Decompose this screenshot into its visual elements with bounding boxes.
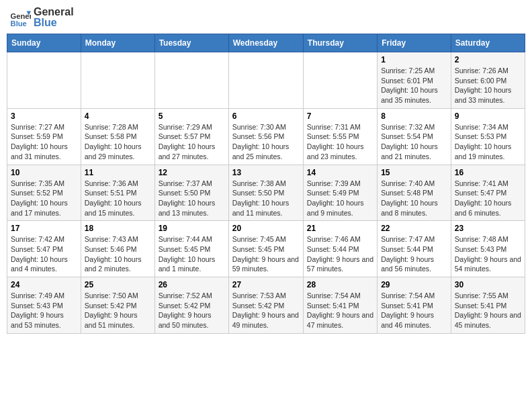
day-info: Sunrise: 7:30 AM Sunset: 5:56 PM Dayligh… [232,122,300,162]
calendar-cell: 6Sunrise: 7:30 AM Sunset: 5:56 PM Daylig… [228,108,303,165]
day-info: Sunrise: 7:54 AM Sunset: 5:41 PM Dayligh… [307,291,373,330]
day-info: Sunrise: 7:35 AM Sunset: 5:52 PM Dayligh… [11,179,77,218]
day-info: Sunrise: 7:41 AM Sunset: 5:47 PM Dayligh… [455,179,521,218]
logo: General Blue General Blue [9,7,74,28]
calendar-week-1: 1Sunrise: 7:25 AM Sunset: 6:01 PM Daylig… [7,52,525,109]
calendar-cell: 27Sunrise: 7:53 AM Sunset: 5:42 PM Dayli… [228,277,303,334]
day-number: 29 [381,280,447,289]
calendar-cell: 25Sunrise: 7:50 AM Sunset: 5:42 PM Dayli… [81,277,154,334]
calendar-cell: 30Sunrise: 7:55 AM Sunset: 5:41 PM Dayli… [451,277,525,334]
day-number: 12 [159,168,225,177]
calendar-cell [154,52,228,109]
day-info: Sunrise: 7:38 AM Sunset: 5:50 PM Dayligh… [232,179,300,218]
day-header-monday: Monday [81,34,154,52]
calendar-cell: 12Sunrise: 7:37 AM Sunset: 5:50 PM Dayli… [154,165,228,221]
page-header: General Blue General Blue [7,7,525,28]
day-number: 28 [307,280,373,289]
logo-general: General [34,7,74,17]
day-info: Sunrise: 7:37 AM Sunset: 5:50 PM Dayligh… [159,179,225,218]
calendar-cell: 19Sunrise: 7:44 AM Sunset: 5:45 PM Dayli… [154,221,228,277]
calendar-cell: 26Sunrise: 7:52 AM Sunset: 5:42 PM Dayli… [154,277,228,334]
day-number: 30 [455,280,521,289]
day-info: Sunrise: 7:36 AM Sunset: 5:51 PM Dayligh… [85,179,151,218]
day-info: Sunrise: 7:42 AM Sunset: 5:47 PM Dayligh… [11,234,77,274]
day-number: 22 [381,224,447,233]
day-info: Sunrise: 7:27 AM Sunset: 5:59 PM Dayligh… [11,122,77,162]
day-number: 25 [85,280,151,289]
day-number: 9 [455,111,521,121]
logo-blue: Blue [34,17,74,28]
day-header-friday: Friday [378,34,451,52]
calendar-cell: 2Sunrise: 7:26 AM Sunset: 6:00 PM Daylig… [451,52,525,109]
calendar-week-2: 3Sunrise: 7:27 AM Sunset: 5:59 PM Daylig… [7,108,525,165]
calendar-header-row: SundayMondayTuesdayWednesdayThursdayFrid… [7,34,525,52]
calendar-cell: 9Sunrise: 7:34 AM Sunset: 5:53 PM Daylig… [451,108,525,165]
day-info: Sunrise: 7:49 AM Sunset: 5:43 PM Dayligh… [11,291,77,330]
day-number: 11 [85,168,151,177]
day-number: 10 [11,168,77,177]
calendar-cell: 29Sunrise: 7:54 AM Sunset: 5:41 PM Dayli… [378,277,451,334]
day-number: 13 [232,168,300,177]
day-info: Sunrise: 7:26 AM Sunset: 6:00 PM Dayligh… [455,66,521,105]
day-info: Sunrise: 7:52 AM Sunset: 5:42 PM Dayligh… [159,291,225,330]
day-info: Sunrise: 7:53 AM Sunset: 5:42 PM Dayligh… [232,291,300,330]
svg-text:Blue: Blue [11,19,27,28]
calendar-cell: 23Sunrise: 7:48 AM Sunset: 5:43 PM Dayli… [451,221,525,277]
day-number: 7 [307,111,373,121]
day-info: Sunrise: 7:28 AM Sunset: 5:58 PM Dayligh… [85,122,151,162]
day-number: 23 [455,224,521,233]
day-number: 24 [11,280,77,289]
day-header-thursday: Thursday [303,34,377,52]
day-header-tuesday: Tuesday [154,34,228,52]
calendar-week-4: 17Sunrise: 7:42 AM Sunset: 5:47 PM Dayli… [7,221,525,277]
calendar-cell: 16Sunrise: 7:41 AM Sunset: 5:47 PM Dayli… [451,165,525,221]
calendar-cell [81,52,154,109]
day-number: 2 [455,55,521,64]
day-info: Sunrise: 7:29 AM Sunset: 5:57 PM Dayligh… [159,122,225,162]
calendar-cell: 28Sunrise: 7:54 AM Sunset: 5:41 PM Dayli… [303,277,377,334]
calendar-cell: 20Sunrise: 7:45 AM Sunset: 5:45 PM Dayli… [228,221,303,277]
calendar-table: SundayMondayTuesdayWednesdayThursdayFrid… [7,34,525,334]
day-number: 1 [381,55,447,64]
day-info: Sunrise: 7:45 AM Sunset: 5:45 PM Dayligh… [232,234,300,274]
day-info: Sunrise: 7:50 AM Sunset: 5:42 PM Dayligh… [85,291,151,330]
day-info: Sunrise: 7:40 AM Sunset: 5:48 PM Dayligh… [381,179,447,218]
calendar-cell: 5Sunrise: 7:29 AM Sunset: 5:57 PM Daylig… [154,108,228,165]
calendar-cell [303,52,377,109]
day-number: 3 [11,111,77,121]
calendar-cell: 4Sunrise: 7:28 AM Sunset: 5:58 PM Daylig… [81,108,154,165]
calendar-cell: 3Sunrise: 7:27 AM Sunset: 5:59 PM Daylig… [7,108,81,165]
calendar-cell: 8Sunrise: 7:32 AM Sunset: 5:54 PM Daylig… [378,108,451,165]
calendar-cell: 22Sunrise: 7:47 AM Sunset: 5:44 PM Dayli… [378,221,451,277]
calendar-cell: 13Sunrise: 7:38 AM Sunset: 5:50 PM Dayli… [228,165,303,221]
day-info: Sunrise: 7:32 AM Sunset: 5:54 PM Dayligh… [381,122,447,162]
calendar-cell: 21Sunrise: 7:46 AM Sunset: 5:44 PM Dayli… [303,221,377,277]
logo-icon: General Blue [9,7,31,28]
calendar-cell: 14Sunrise: 7:39 AM Sunset: 5:49 PM Dayli… [303,165,377,221]
day-number: 17 [11,224,77,233]
day-info: Sunrise: 7:47 AM Sunset: 5:44 PM Dayligh… [381,234,447,274]
calendar-cell [7,52,81,109]
day-info: Sunrise: 7:31 AM Sunset: 5:55 PM Dayligh… [307,122,373,162]
day-number: 20 [232,224,300,233]
day-header-sunday: Sunday [7,34,81,52]
day-number: 8 [381,111,447,121]
day-number: 14 [307,168,373,177]
day-header-wednesday: Wednesday [228,34,303,52]
calendar-cell: 10Sunrise: 7:35 AM Sunset: 5:52 PM Dayli… [7,165,81,221]
calendar-cell: 11Sunrise: 7:36 AM Sunset: 5:51 PM Dayli… [81,165,154,221]
calendar-cell [228,52,303,109]
calendar-cell: 1Sunrise: 7:25 AM Sunset: 6:01 PM Daylig… [378,52,451,109]
day-number: 6 [232,111,300,121]
calendar-cell: 24Sunrise: 7:49 AM Sunset: 5:43 PM Dayli… [7,277,81,334]
calendar-cell: 18Sunrise: 7:43 AM Sunset: 5:46 PM Dayli… [81,221,154,277]
day-number: 18 [85,224,151,233]
day-number: 16 [455,168,521,177]
day-info: Sunrise: 7:48 AM Sunset: 5:43 PM Dayligh… [455,234,521,274]
calendar-week-5: 24Sunrise: 7:49 AM Sunset: 5:43 PM Dayli… [7,277,525,334]
day-number: 26 [159,280,225,289]
calendar-cell: 15Sunrise: 7:40 AM Sunset: 5:48 PM Dayli… [378,165,451,221]
day-header-saturday: Saturday [451,34,525,52]
day-info: Sunrise: 7:39 AM Sunset: 5:49 PM Dayligh… [307,179,373,218]
day-number: 4 [85,111,151,121]
